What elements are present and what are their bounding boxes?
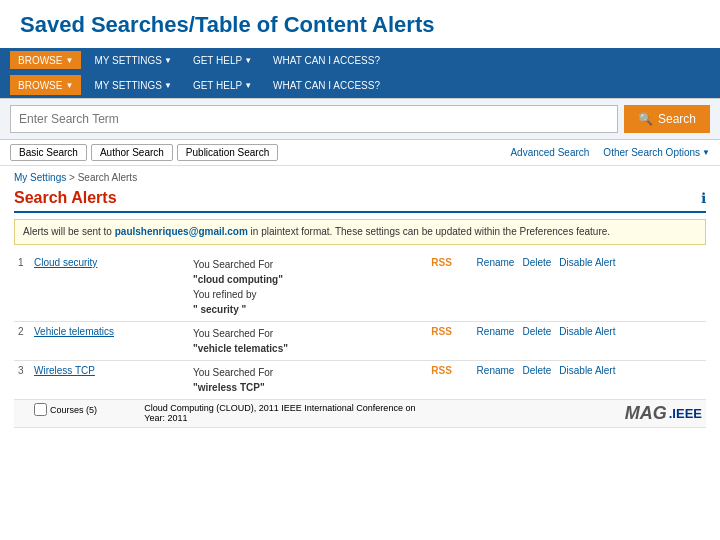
- chevron-down-icon: ▼: [164, 81, 172, 90]
- table-row: 1 Cloud security You Searched For "cloud…: [14, 253, 706, 322]
- sub-item-row: Courses (5) Cloud Computing (CLOUD), 201…: [14, 400, 706, 428]
- disable-link[interactable]: Disable Alert: [559, 326, 615, 337]
- breadcrumb: My Settings > Search Alerts: [0, 166, 720, 189]
- rss-link[interactable]: RSS: [431, 257, 452, 268]
- chevron-down-icon: ▼: [244, 81, 252, 90]
- page-title-bar: Saved Searches/Table of Content Alerts: [0, 0, 720, 48]
- email-link[interactable]: paulshenriques@gmail.com: [115, 226, 248, 237]
- search-term: "wireless TCP": [193, 382, 265, 393]
- row-number: 1: [14, 253, 30, 322]
- what-can-top[interactable]: WHAT CAN I ACCESS?: [265, 55, 388, 66]
- page-title: Saved Searches/Table of Content Alerts: [20, 12, 700, 38]
- ieee-logo-text: .IEEE: [669, 406, 702, 421]
- section-title: Search Alerts: [14, 189, 117, 207]
- section-header: Search Alerts ℹ: [14, 189, 706, 213]
- searched-for-label: You Searched For: [193, 328, 273, 339]
- my-settings-secondary[interactable]: MY SETTINGS ▼: [86, 80, 180, 91]
- rss-link[interactable]: RSS: [431, 365, 452, 376]
- sub-item-description: Cloud Computing (CLOUD), 2011 IEEE Inter…: [144, 403, 415, 413]
- disable-link[interactable]: Disable Alert: [559, 365, 615, 376]
- content-area: Search Alerts ℹ Alerts will be sent to p…: [0, 189, 720, 438]
- sub-item-checkbox[interactable]: [34, 403, 47, 416]
- sub-item-year: Year: 2011: [144, 413, 187, 423]
- table-row: 3 Wireless TCP You Searched For "wireles…: [14, 361, 706, 400]
- author-search-button[interactable]: Author Search: [91, 144, 173, 161]
- alert-name-link[interactable]: Wireless TCP: [34, 365, 95, 376]
- search-info-cell: You Searched For "vehicle telematics": [189, 322, 427, 361]
- chevron-down-icon: ▼: [164, 56, 172, 65]
- alert-info-box: Alerts will be sent to paulshenriques@gm…: [14, 219, 706, 245]
- rename-link[interactable]: Rename: [477, 365, 515, 376]
- rss-cell: RSS: [427, 322, 472, 361]
- browse-button-secondary[interactable]: BROWSE ▼: [10, 75, 81, 95]
- rename-link[interactable]: Rename: [477, 326, 515, 337]
- refined-label: You refined by: [193, 289, 257, 300]
- sub-item-checkbox-container: Courses (5): [34, 403, 136, 416]
- search-info-cell: You Searched For "wireless TCP": [189, 361, 427, 400]
- basic-search-button[interactable]: Basic Search: [10, 144, 87, 161]
- nav-bar-secondary: BROWSE ▼ MY SETTINGS ▼ GET HELP ▼ WHAT C…: [0, 72, 720, 98]
- alert-name-link[interactable]: Vehicle telematics: [34, 326, 114, 337]
- mag-logo-text: MAG: [625, 403, 667, 424]
- row-number: 2: [14, 322, 30, 361]
- alert-name-cell: Wireless TCP: [30, 361, 189, 400]
- search-term: "vehicle telematics": [193, 343, 288, 354]
- alerts-table: 1 Cloud security You Searched For "cloud…: [14, 253, 706, 400]
- rename-link[interactable]: Rename: [477, 257, 515, 268]
- sub-item-label: Courses (5): [50, 405, 97, 415]
- searched-for-label: You Searched For: [193, 367, 273, 378]
- chevron-down-icon: ▼: [65, 56, 73, 65]
- search-info-cell: You Searched For "cloud computing"You re…: [189, 253, 427, 322]
- alert-name-cell: Vehicle telematics: [30, 322, 189, 361]
- alert-name-cell: Cloud security: [30, 253, 189, 322]
- search-bar: 🔍 Search: [0, 98, 720, 140]
- search-term: "cloud computing": [193, 274, 283, 285]
- publication-search-button[interactable]: Publication Search: [177, 144, 278, 161]
- get-help-secondary[interactable]: GET HELP ▼: [185, 80, 260, 91]
- info-icon[interactable]: ℹ: [701, 190, 706, 206]
- chevron-down-icon: ▼: [244, 56, 252, 65]
- searched-for-label: You Searched For: [193, 259, 273, 270]
- chevron-down-icon: ▼: [702, 148, 710, 157]
- browse-button-top[interactable]: BROWSE ▼: [10, 51, 81, 69]
- delete-link[interactable]: Delete: [522, 365, 551, 376]
- actions-cell: Rename Delete Disable Alert: [473, 322, 706, 361]
- nav-bar-top: BROWSE ▼ MY SETTINGS ▼ GET HELP ▼ WHAT C…: [0, 48, 720, 72]
- actions-cell: Rename Delete Disable Alert: [473, 361, 706, 400]
- rss-link[interactable]: RSS: [431, 326, 452, 337]
- rss-cell: RSS: [427, 253, 472, 322]
- what-can-secondary[interactable]: WHAT CAN I ACCESS?: [265, 80, 388, 91]
- rss-cell: RSS: [427, 361, 472, 400]
- row-number: 3: [14, 361, 30, 400]
- search-icon: 🔍: [638, 112, 653, 126]
- refined-term: " security ": [193, 304, 246, 315]
- breadcrumb-current: Search Alerts: [78, 172, 137, 183]
- search-input[interactable]: [10, 105, 618, 133]
- my-settings-top[interactable]: MY SETTINGS ▼: [86, 55, 180, 66]
- breadcrumb-parent[interactable]: My Settings: [14, 172, 66, 183]
- sub-items-table: Courses (5) Cloud Computing (CLOUD), 201…: [14, 400, 706, 428]
- table-row: 2 Vehicle telematics You Searched For "v…: [14, 322, 706, 361]
- disable-link[interactable]: Disable Alert: [559, 257, 615, 268]
- alert-name-link[interactable]: Cloud security: [34, 257, 97, 268]
- search-button[interactable]: 🔍 Search: [624, 105, 710, 133]
- other-search-options-link[interactable]: Other Search Options ▼: [603, 147, 710, 158]
- search-options-bar: Basic Search Author Search Publication S…: [0, 140, 720, 166]
- advanced-search-link[interactable]: Advanced Search: [510, 147, 589, 158]
- chevron-down-icon: ▼: [65, 81, 73, 90]
- ieee-logo-container: MAG .IEEE: [578, 403, 702, 424]
- delete-link[interactable]: Delete: [522, 257, 551, 268]
- delete-link[interactable]: Delete: [522, 326, 551, 337]
- get-help-top[interactable]: GET HELP ▼: [185, 55, 260, 66]
- actions-cell: Rename Delete Disable Alert: [473, 253, 706, 322]
